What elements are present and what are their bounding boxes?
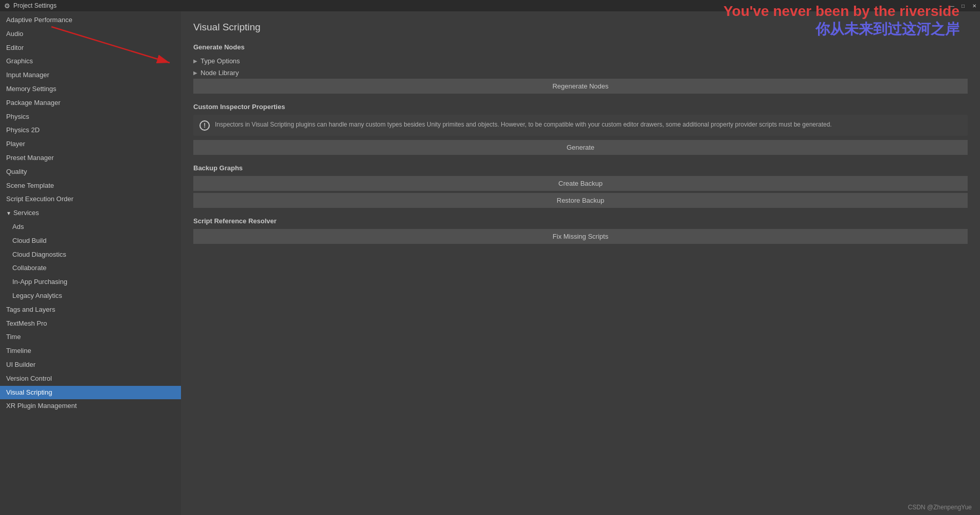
sidebar-item-script-execution-order[interactable]: Script Execution Order: [0, 192, 181, 206]
restore-backup-button[interactable]: Restore Backup: [193, 193, 968, 208]
sidebar-item-preset-manager[interactable]: Preset Manager: [0, 151, 181, 165]
sidebar-item-package-manager[interactable]: Package Manager: [0, 96, 181, 110]
create-backup-button[interactable]: Create Backup: [193, 176, 968, 191]
window-controls: — □ ✕: [946, 0, 980, 11]
node-library-arrow-icon: ▶: [193, 70, 197, 76]
minimize-button[interactable]: —: [946, 0, 957, 11]
section-script-reference-resolver: Script Reference Resolver Fix Missing Sc…: [193, 217, 968, 244]
sidebar-item-ui-builder[interactable]: UI Builder: [0, 358, 181, 372]
maximize-button[interactable]: □: [957, 0, 969, 11]
sidebar-item-editor[interactable]: Editor: [0, 41, 181, 55]
sidebar-item-physics[interactable]: Physics: [0, 110, 181, 124]
custom-inspector-info: ! Inspectors in Visual Scripting plugins…: [193, 115, 968, 136]
sidebar-item-graphics[interactable]: Graphics: [0, 55, 181, 68]
sidebar-item-textmesh-pro[interactable]: TextMesh Pro: [0, 317, 181, 331]
sidebar-item-quality[interactable]: Quality: [0, 165, 181, 179]
section-custom-inspector: Custom Inspector Properties ! Inspectors…: [193, 103, 968, 155]
title-bar: ⚙ Project Settings — □ ✕: [0, 0, 980, 11]
sidebar-item-legacy-analytics[interactable]: Legacy Analytics: [0, 289, 181, 303]
sidebar-item-xr-plugin-management[interactable]: XR Plugin Management: [0, 399, 181, 413]
type-options-row[interactable]: ▶ Type Options: [193, 55, 968, 67]
node-library-label: Node Library: [201, 69, 239, 77]
sidebar-item-memory-settings[interactable]: Memory Settings: [0, 82, 181, 96]
custom-inspector-header: Custom Inspector Properties: [193, 103, 968, 111]
node-library-row[interactable]: ▶ Node Library: [193, 67, 968, 79]
sidebar-item-cloud-build[interactable]: Cloud Build: [0, 234, 181, 248]
custom-inspector-text: Inspectors in Visual Scripting plugins c…: [215, 120, 832, 129]
sidebar-item-player[interactable]: Player: [0, 137, 181, 151]
generate-nodes-header: Generate Nodes: [193, 43, 968, 51]
sidebar-item-services[interactable]: ▼ Services: [0, 206, 181, 220]
content-area: Visual Scripting Generate Nodes ▶ Type O…: [181, 11, 980, 515]
sidebar-item-cloud-diagnostics[interactable]: Cloud Diagnostics: [0, 248, 181, 262]
sidebar-item-physics-2d[interactable]: Physics 2D: [0, 123, 181, 137]
services-arrow-icon: ▼: [6, 209, 11, 218]
page-title: Visual Scripting: [193, 22, 968, 33]
info-icon: !: [199, 120, 210, 131]
section-backup-graphs: Backup Graphs Create Backup Restore Back…: [193, 164, 968, 208]
type-options-label: Type Options: [201, 57, 240, 65]
generate-button[interactable]: Generate: [193, 140, 968, 155]
regenerate-nodes-button[interactable]: Regenerate Nodes: [193, 79, 968, 94]
sidebar-item-version-control[interactable]: Version Control: [0, 372, 181, 386]
sidebar-item-ads[interactable]: Ads: [0, 220, 181, 234]
sidebar-item-collaborate[interactable]: Collaborate: [0, 261, 181, 275]
close-button[interactable]: ✕: [969, 0, 980, 11]
sidebar-item-timeline[interactable]: Timeline: [0, 344, 181, 358]
section-generate-nodes: Generate Nodes ▶ Type Options ▶ Node Lib…: [193, 43, 968, 94]
backup-graphs-header: Backup Graphs: [193, 164, 968, 172]
sidebar: Adaptive Performance Audio Editor Graphi…: [0, 11, 181, 515]
sidebar-item-audio[interactable]: Audio: [0, 27, 181, 41]
sidebar-item-visual-scripting[interactable]: Visual Scripting: [0, 386, 181, 400]
script-reference-resolver-header: Script Reference Resolver: [193, 217, 968, 225]
type-options-arrow-icon: ▶: [193, 58, 197, 64]
settings-icon: ⚙: [4, 2, 11, 9]
main-layout: Adaptive Performance Audio Editor Graphi…: [0, 11, 980, 515]
sidebar-item-adaptive-performance[interactable]: Adaptive Performance: [0, 13, 181, 27]
footer-watermark: CSDN @ZhenpengYue: [908, 504, 972, 511]
window-title: Project Settings: [13, 2, 57, 9]
fix-missing-scripts-button[interactable]: Fix Missing Scripts: [193, 229, 968, 244]
sidebar-item-scene-template[interactable]: Scene Template: [0, 179, 181, 193]
sidebar-item-input-manager[interactable]: Input Manager: [0, 68, 181, 82]
sidebar-item-tags-and-layers[interactable]: Tags and Layers: [0, 303, 181, 317]
sidebar-item-time[interactable]: Time: [0, 330, 181, 344]
sidebar-item-in-app-purchasing[interactable]: In-App Purchasing: [0, 275, 181, 289]
